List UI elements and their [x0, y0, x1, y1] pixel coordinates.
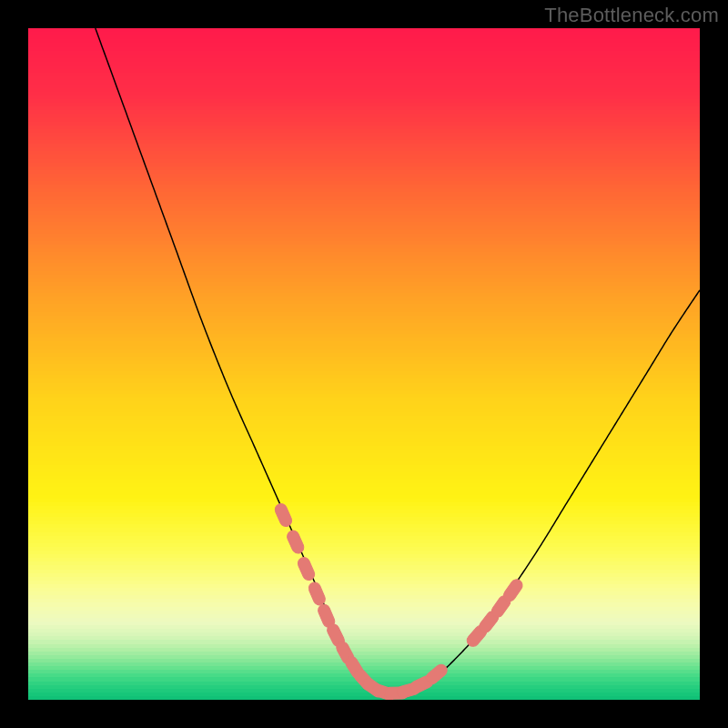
curve-marker [296, 556, 316, 582]
svg-rect-0 [273, 502, 293, 529]
watermark-text: TheBottleneck.com [544, 4, 719, 27]
chart-frame: TheBottleneck.com [0, 0, 728, 728]
bottleneck-curve [96, 28, 700, 693]
chart-svg [28, 28, 700, 700]
svg-rect-3 [307, 581, 327, 607]
curve-marker [285, 529, 305, 555]
plot-area [28, 28, 700, 700]
svg-rect-1 [285, 529, 305, 555]
svg-rect-2 [296, 556, 316, 582]
curve-marker [273, 502, 293, 529]
curve-marker [307, 581, 327, 607]
